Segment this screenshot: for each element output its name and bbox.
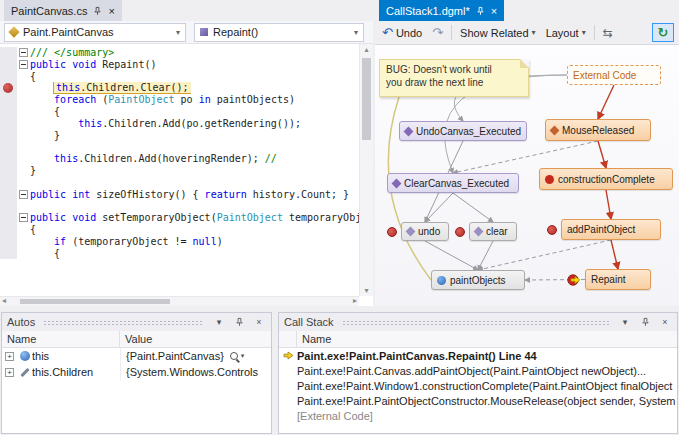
- callstack-titlebar[interactable]: Call Stack ▾ ×: [279, 313, 677, 331]
- node-clearCanvasExecuted[interactable]: ClearCanvas_Executed: [387, 173, 519, 193]
- pin-icon[interactable]: [638, 315, 652, 329]
- method-dropdown[interactable]: Repaint() ▾: [194, 23, 364, 42]
- breakpoint-margin[interactable]: [0, 236, 17, 248]
- redo-button[interactable]: ↷: [430, 26, 445, 40]
- code-line[interactable]: [0, 177, 359, 189]
- breakpoint-margin[interactable]: [0, 177, 17, 189]
- code-line[interactable]: this.Children.Add(hoveringRender); //: [0, 153, 359, 165]
- refresh-graph-button[interactable]: ↻: [652, 23, 674, 42]
- vertical-scrollbar[interactable]: ▴ ▾: [359, 44, 373, 296]
- breakpoint-margin[interactable]: [0, 130, 17, 142]
- current-frame-marker[interactable]: [567, 274, 583, 286]
- callstack-header[interactable]: Name: [279, 331, 677, 348]
- undo-button[interactable]: ↶ Undo: [380, 26, 424, 40]
- breakpoint-marker[interactable]: [547, 225, 557, 235]
- breakpoint-margin[interactable]: [0, 94, 17, 106]
- code-line[interactable]: public int sizeOfHistory() { reaturn his…: [0, 189, 359, 201]
- callstack-row[interactable]: Paint.exe!Paint.PaintObjectConstructor.M…: [279, 393, 677, 408]
- callstack-row[interactable]: Paint.exe!Paint.PaintCanvas.Repaint() Li…: [279, 348, 677, 363]
- horizontal-scrollbar[interactable]: ◂ ▸: [0, 296, 359, 306]
- expand-toggle[interactable]: +: [2, 352, 17, 361]
- visualizer-dropdown[interactable]: ▾: [241, 352, 245, 360]
- drag-grip[interactable]: [43, 320, 204, 325]
- code-line[interactable]: [0, 200, 359, 212]
- pin-icon[interactable]: [93, 6, 102, 16]
- code-line[interactable]: }: [0, 130, 359, 142]
- autos-header[interactable]: Name Value: [2, 331, 271, 348]
- scroll-down-icon[interactable]: ▾: [360, 286, 373, 295]
- callstack-row[interactable]: Paint.exe!Paint.Window1.constructionComp…: [279, 378, 677, 393]
- code-line[interactable]: {: [0, 106, 359, 118]
- code-line[interactable]: {: [0, 71, 359, 83]
- breakpoint-margin[interactable]: [0, 212, 17, 224]
- expand-toggle[interactable]: +: [2, 368, 17, 377]
- pin-icon[interactable]: [232, 315, 246, 329]
- node-clear[interactable]: clear: [469, 222, 517, 241]
- close-icon[interactable]: ×: [658, 315, 672, 329]
- breakpoint-margin[interactable]: [0, 47, 17, 59]
- scrollbar-thumb[interactable]: [20, 299, 170, 304]
- node-paintObjects[interactable]: paintObjects: [431, 270, 525, 290]
- code-map-canvas[interactable]: BUG: Doesn't work untilyou draw the next…: [375, 45, 679, 306]
- breakpoint-marker[interactable]: [387, 227, 397, 237]
- flow-direction-button[interactable]: ⇆: [601, 25, 615, 41]
- bug-note[interactable]: BUG: Doesn't work untilyou draw the next…: [379, 59, 529, 97]
- code-line[interactable]: {: [0, 248, 359, 260]
- autos-row[interactable]: +this.Children{System.Windows.Controls: [2, 364, 271, 380]
- breakpoint-margin[interactable]: [0, 141, 17, 153]
- fold-margin[interactable]: [17, 212, 30, 224]
- node-constructionComplete[interactable]: constructionComplete: [539, 168, 673, 190]
- autos-row[interactable]: +this{Paint.PaintCanvas}▾: [2, 348, 271, 364]
- column-value[interactable]: Value: [120, 333, 271, 345]
- code-line[interactable]: }: [0, 165, 359, 177]
- window-position-icon[interactable]: ▾: [212, 315, 226, 329]
- close-icon[interactable]: ×: [108, 6, 114, 16]
- code-line[interactable]: public void setTemporaryObject(PaintObje…: [0, 212, 359, 224]
- node-undoCanvasExecuted[interactable]: UndoCanvas_Executed: [399, 121, 527, 141]
- close-icon[interactable]: ×: [491, 6, 497, 16]
- show-related-dropdown[interactable]: Show Related ▾: [458, 26, 538, 40]
- fold-margin[interactable]: [17, 59, 30, 71]
- column-name[interactable]: Name: [2, 331, 120, 347]
- scroll-up-icon[interactable]: ▴: [360, 45, 373, 54]
- magnifier-icon[interactable]: [230, 352, 238, 360]
- breakpoint-margin[interactable]: [0, 165, 17, 177]
- node-mouseReleased[interactable]: MouseReleased: [545, 119, 651, 141]
- breakpoint-margin[interactable]: [0, 153, 17, 165]
- node-external[interactable]: External Code: [567, 65, 661, 85]
- fold-margin[interactable]: [17, 47, 30, 59]
- breakpoint-margin[interactable]: [0, 200, 17, 212]
- callstack-row[interactable]: Paint.exe!Paint.Canvas.addPaintObject(Pa…: [279, 363, 677, 378]
- code-line[interactable]: this.Children.Add(po.getRendering());: [0, 118, 359, 130]
- tab-callstack-dgml[interactable]: CallStack1.dgml* ×: [379, 0, 504, 21]
- code-editor[interactable]: /// </summary>public void Repaint(){ thi…: [0, 44, 373, 306]
- drag-grip[interactable]: [342, 320, 610, 325]
- code-line[interactable]: /// </summary>: [0, 47, 359, 59]
- pin-icon[interactable]: [476, 6, 485, 16]
- tab-paintcanvas[interactable]: PaintCanvas.cs ×: [4, 0, 122, 21]
- breakpoint-margin[interactable]: [0, 71, 17, 83]
- breakpoint-margin[interactable]: [0, 106, 17, 118]
- code-line[interactable]: public void Repaint(): [0, 59, 359, 71]
- close-icon[interactable]: ×: [252, 315, 266, 329]
- layout-dropdown[interactable]: Layout ▾: [544, 26, 588, 40]
- window-position-icon[interactable]: ▾: [618, 315, 632, 329]
- node-repaint[interactable]: Repaint: [585, 269, 651, 290]
- breakpoint-margin[interactable]: [0, 224, 17, 236]
- code-line[interactable]: if (temporaryObject != null): [0, 236, 359, 248]
- class-dropdown[interactable]: Paint.PaintCanvas ▾: [4, 23, 186, 42]
- breakpoint-margin[interactable]: [0, 248, 17, 260]
- autos-titlebar[interactable]: Autos ▾ ×: [2, 313, 271, 331]
- callstack-row[interactable]: [External Code]: [279, 408, 677, 423]
- breakpoint-margin[interactable]: [0, 189, 17, 201]
- scroll-left-icon[interactable]: ◂: [2, 296, 6, 305]
- code-line[interactable]: {: [0, 224, 359, 236]
- node-undo[interactable]: undo: [401, 222, 449, 241]
- code-line[interactable]: this.Children.Clear();: [0, 82, 359, 94]
- fold-margin[interactable]: [17, 189, 30, 201]
- breakpoint-margin[interactable]: [0, 118, 17, 130]
- column-name[interactable]: Name: [297, 333, 677, 345]
- scrollbar-thumb[interactable]: [362, 58, 371, 140]
- node-addPaintObject[interactable]: addPaintObject: [561, 219, 661, 240]
- breakpoint-icon[interactable]: [0, 82, 17, 94]
